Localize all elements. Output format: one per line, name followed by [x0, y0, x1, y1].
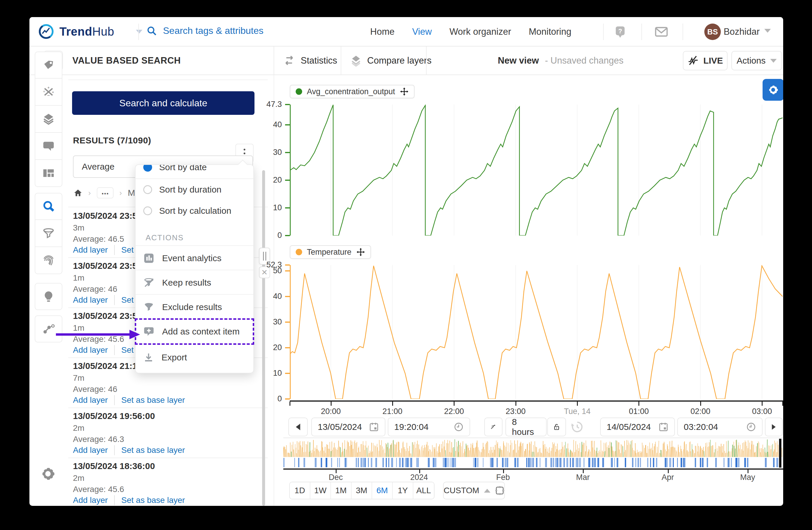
chart-gear-icon: [767, 84, 779, 96]
overview-results-strip[interactable]: [283, 458, 783, 467]
breadcrumb-ellipsis[interactable]: ...: [97, 187, 114, 198]
sidebar-item-comments[interactable]: [35, 133, 62, 160]
menu-item-export[interactable]: Export: [136, 345, 253, 369]
set-base-layer-link[interactable]: Set as base layer: [121, 446, 185, 455]
add-layer-link[interactable]: Add layer: [73, 345, 108, 355]
end-date-field[interactable]: 14/05/2024: [600, 418, 675, 436]
preset-6m[interactable]: 6M: [372, 482, 393, 499]
preset-1y[interactable]: 1Y: [393, 482, 414, 499]
overview-density-chart[interactable]: [283, 439, 783, 457]
nav-item-monitoring[interactable]: Monitoring: [529, 27, 571, 37]
statistics-button[interactable]: Statistics: [283, 46, 337, 74]
chart-style-button[interactable]: [484, 418, 503, 436]
end-time-value: 03:20:04: [684, 422, 718, 432]
add-layer-link[interactable]: Add layer: [73, 395, 108, 405]
result-date: 13/05/2024 21:1: [73, 361, 137, 371]
selection-box-icon[interactable]: [495, 486, 504, 496]
actions-label: Actions: [737, 56, 766, 66]
temperature-chart-plot[interactable]: [290, 265, 783, 399]
breadcrumb: › ... › May: [74, 187, 144, 198]
menu-item-sort-by-calculation[interactable]: Sort by calculation: [136, 200, 253, 221]
x-axis-label: Tue, 14: [554, 407, 601, 416]
y-axis-label: 0: [252, 231, 282, 240]
sidebar-item-layers[interactable]: [35, 106, 62, 133]
lock-duration-button[interactable]: [547, 418, 566, 436]
nav-item-work-organizer[interactable]: Work organizer: [450, 27, 511, 37]
x-tick: [454, 402, 454, 406]
y-tick: [285, 152, 290, 153]
x-axis-label: 01:00: [615, 407, 662, 416]
sidebar-item-calculations[interactable]: + ÷ × −: [35, 79, 62, 106]
breadcrumb-home-icon[interactable]: [74, 189, 82, 197]
move-handle-icon[interactable]: [356, 248, 365, 256]
pan-right-button[interactable]: [765, 418, 783, 436]
nav-item-home[interactable]: Home: [370, 27, 394, 37]
menu-item-sort-by-duration[interactable]: Sort by duration: [136, 179, 253, 200]
avatar[interactable]: BS: [704, 24, 721, 40]
sidebar-item-recommendations[interactable]: [35, 283, 62, 310]
user-name[interactable]: Bozhidar: [724, 27, 760, 37]
legend-temperature[interactable]: Temperature: [290, 245, 371, 259]
settings-button[interactable]: [40, 465, 57, 484]
preset-1m[interactable]: 1M: [331, 482, 351, 499]
compare-layers-button[interactable]: Compare layers: [350, 46, 432, 74]
pan-left-button[interactable]: [288, 418, 308, 436]
sidebar-item-context[interactable]: [35, 315, 62, 343]
add-context-item-icon: [143, 326, 155, 337]
menu-item-keep-results[interactable]: Keep results: [136, 270, 253, 295]
y-axis-label: 10: [252, 203, 282, 212]
concentration-chart-plot[interactable]: [290, 104, 783, 236]
duration-button[interactable]: 8 hours: [505, 418, 547, 436]
start-time-field[interactable]: 19:20:04: [388, 418, 470, 436]
user-menu-caret-icon[interactable]: [764, 29, 771, 33]
sidebar-item-dashboard[interactable]: [35, 160, 62, 187]
messages-button[interactable]: [654, 25, 668, 39]
y-axis-label: 30: [252, 148, 282, 157]
exclude-results-icon: [143, 302, 155, 312]
history-reset-button[interactable]: [570, 420, 584, 435]
menu-item-event-analytics[interactable]: Event analytics: [136, 246, 253, 270]
add-layer-link[interactable]: Add layer: [73, 295, 108, 305]
sidebar-item-tags[interactable]: [35, 52, 62, 79]
custom-range-button[interactable]: CUSTOM: [443, 482, 505, 499]
y-axis-label: 20: [252, 343, 282, 352]
end-time-field[interactable]: 03:20:04: [677, 418, 763, 436]
x-tick: [700, 402, 701, 406]
preset-1d[interactable]: 1D: [290, 482, 310, 499]
search-input[interactable]: Search tags & attributes: [146, 25, 264, 36]
nav-item-view[interactable]: View: [412, 27, 432, 37]
menu-item-add-as-context-item[interactable]: Add as context item: [136, 319, 253, 344]
brand-caret-icon[interactable]: [136, 30, 142, 33]
actions-button[interactable]: Actions: [731, 51, 782, 70]
search-and-calculate-button[interactable]: Search and calculate: [72, 91, 255, 115]
result-item[interactable]: 13/05/2024 19:56:00 2m Average: 46.3 Add…: [73, 408, 261, 458]
add-layer-link[interactable]: Add layer: [73, 245, 108, 255]
set-base-layer-link[interactable]: Set as base layer: [121, 395, 185, 405]
menu-item-sort-by-date[interactable]: Sort by date: [136, 165, 253, 179]
step-chart-icon: [491, 422, 496, 432]
live-toggle-button[interactable]: LIVE: [683, 51, 728, 70]
sidebar-item-fingerprint[interactable]: [35, 247, 62, 274]
preset-1w[interactable]: 1W: [310, 482, 331, 499]
move-handle-icon[interactable]: [400, 87, 409, 96]
overview-selection-marker[interactable]: [779, 439, 781, 468]
set-base-layer-link[interactable]: Set as base layer: [121, 496, 185, 505]
add-layer-link[interactable]: Add layer: [73, 446, 108, 455]
sidebar-item-filter[interactable]: [35, 220, 62, 247]
radio-icon: [143, 206, 152, 215]
chart-settings-button[interactable]: [763, 79, 783, 101]
result-item[interactable]: 13/05/2024 18:36:00 2m Average: 45.6 Add…: [73, 458, 261, 506]
sidebar-item-search[interactable]: [35, 193, 62, 220]
preset-3m[interactable]: 3M: [351, 482, 372, 499]
help-button[interactable]: ?: [613, 25, 627, 39]
legend-avg-concentration[interactable]: Avg_conentration_output: [290, 85, 415, 98]
overview-month-label: May: [730, 473, 765, 482]
add-layer-link[interactable]: Add layer: [73, 496, 108, 505]
preset-all[interactable]: ALL: [414, 482, 434, 499]
result-average: Average: 46: [73, 385, 117, 394]
menu-item-exclude-results[interactable]: Exclude results: [136, 295, 253, 319]
y-tick: [285, 373, 290, 374]
start-date-field[interactable]: 13/05/2024: [311, 418, 386, 436]
brand-logo[interactable]: TrendHub: [38, 24, 142, 40]
panel-scrollbar[interactable]: [262, 170, 265, 506]
